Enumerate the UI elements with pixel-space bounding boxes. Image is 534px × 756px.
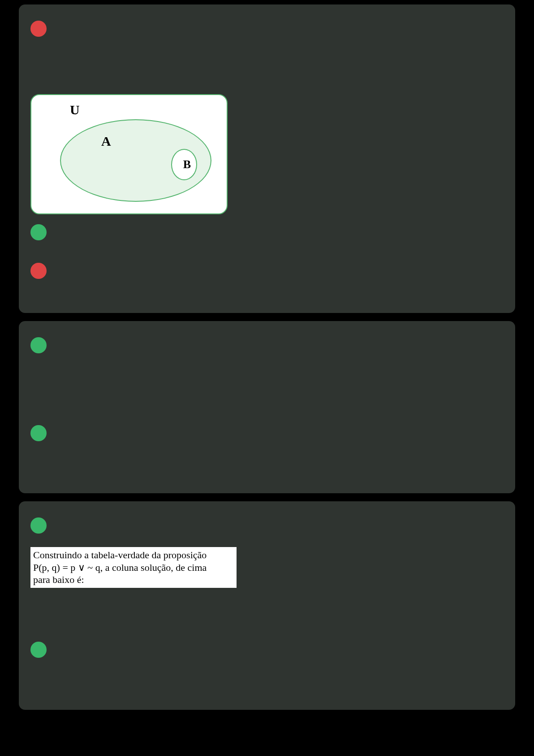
dot-correct-icon bbox=[30, 517, 47, 534]
dot-correct-icon bbox=[30, 224, 47, 240]
dot-correct-icon bbox=[30, 642, 47, 658]
page: U A B bbox=[0, 0, 534, 745]
dot-incorrect-icon bbox=[30, 21, 47, 37]
truth-table-prompt-line1: Construindo a tabela-verdade da proposiç… bbox=[33, 549, 207, 560]
answer-row-wrong-1 bbox=[30, 21, 504, 37]
answer-row-correct-3 bbox=[30, 425, 504, 441]
venn-diagram: U A B bbox=[30, 94, 228, 214]
venn-universe-label: U bbox=[70, 102, 80, 117]
answer-row-wrong-2 bbox=[30, 263, 504, 279]
question-card-3: Construindo a tabela-verdade da proposiç… bbox=[19, 501, 515, 710]
answer-text-placeholder bbox=[56, 425, 504, 441]
answer-row-correct-2 bbox=[30, 337, 504, 353]
answer-row-correct-5 bbox=[30, 642, 504, 658]
dot-correct-icon bbox=[30, 337, 47, 353]
answer-text-placeholder bbox=[56, 337, 504, 353]
question-card-2 bbox=[19, 321, 515, 493]
answer-row-correct-4 bbox=[30, 517, 504, 534]
answer-text-placeholder bbox=[56, 263, 504, 279]
venn-set-b-label: B bbox=[183, 158, 191, 171]
answer-row-correct-1 bbox=[30, 224, 504, 240]
question-card-1: U A B bbox=[19, 4, 515, 313]
answer-text-placeholder bbox=[56, 224, 504, 240]
truth-table-prompt-line2: P(p, q) = p ∨ ~ q, a coluna solução, de … bbox=[33, 562, 207, 573]
answer-text-placeholder bbox=[56, 21, 504, 37]
venn-set-a-label: A bbox=[101, 134, 111, 149]
truth-table-prompt-image: Construindo a tabela-verdade da proposiç… bbox=[30, 547, 237, 588]
dot-incorrect-icon bbox=[30, 263, 47, 279]
answer-text-placeholder bbox=[56, 642, 504, 658]
answer-text-placeholder bbox=[56, 517, 504, 534]
truth-table-prompt-line3: para baixo é: bbox=[33, 574, 84, 585]
dot-correct-icon bbox=[30, 425, 47, 441]
